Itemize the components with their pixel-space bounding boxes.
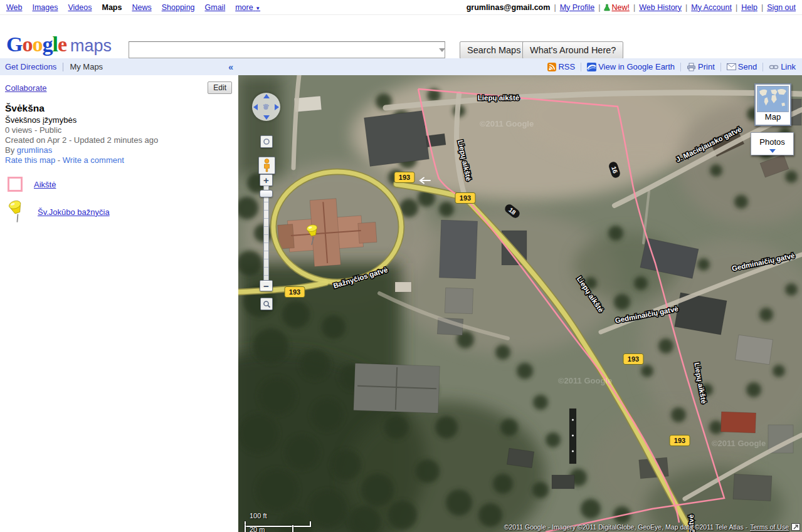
legend-item-baznycia[interactable]: Šv.Jokūbo bažnyčia [8,201,238,223]
legend-item-aikste[interactable]: Aikštė [8,177,238,192]
link-link[interactable]: Link [769,62,796,71]
nav-shopping[interactable]: Shopping [162,3,195,12]
separator: | [633,3,635,12]
map-created-info: Created on Apr 2 - Updated 2 minutes ago [5,135,238,145]
circle-icon [263,138,270,145]
collaborate-link[interactable]: Collaborate [5,83,47,93]
help-link[interactable]: Help [741,3,757,12]
blue-band: Get Directions My Maps « RSS View in Goo… [0,58,802,75]
chevron-down-icon: ▼ [255,6,260,11]
route-shield-193: 193 [289,288,300,296]
separator: | [736,3,737,12]
route-shield-193: 193 [399,174,410,181]
pan-up-icon[interactable] [263,94,270,98]
search-maps-button[interactable]: Search Maps [460,41,528,59]
nav-maps-current: Maps [102,3,122,12]
write-comment-link[interactable]: Write a comment [63,155,124,165]
rate-map-link[interactable]: Rate this map [5,155,55,165]
pan-left-icon[interactable] [253,104,258,110]
sign-out-link[interactable]: Sign out [767,3,796,12]
collapse-sidebar-icon[interactable]: « [228,62,233,72]
pegman-button[interactable] [258,157,275,174]
user-email: grumlinas@gmail.com [467,3,551,12]
author-link[interactable]: grumlinas [17,145,52,155]
send-label: Send [738,62,757,71]
map-toolbar: RSS View in Google Earth Print Send Link [238,58,802,75]
monument [569,409,576,464]
chain-link-icon [769,64,779,70]
logo-letter: o [22,33,32,56]
print-link[interactable]: Print [687,62,715,71]
logo-maps-label: maps [70,36,112,55]
pan-down-icon[interactable] [263,115,270,120]
tab-get-directions[interactable]: Get Directions [5,62,56,71]
new-labs-link[interactable]: New! [604,3,629,12]
sidebar-actions-row: Collaborate Edit [0,75,238,94]
zoom-slider-handle[interactable] [260,190,273,197]
zoom-area-magnifier-button[interactable] [260,298,273,310]
legend-item-label[interactable]: Aikštė [34,180,56,189]
large-hip-roof-building [354,363,440,414]
legend-list: Aikštė Šv.Jokūbo bažnyčia [0,177,238,223]
photos-view-button[interactable]: Photos [751,132,794,155]
pushpin-icon [8,201,26,223]
map-title: Švėkšna [5,103,238,114]
satellite-imagery: Liepų aikštėLiepų aikštė Liepų aikštėLie… [238,75,802,532]
separator: | [761,3,763,12]
view-in-google-earth-link[interactable]: View in Google Earth [587,62,675,71]
terms-of-use-link[interactable]: Terms of Use [750,523,789,531]
nav-web[interactable]: Web [6,3,22,12]
dash-separator: - [58,155,60,165]
earth-label: View in Google Earth [598,62,675,71]
rss-link[interactable]: RSS [547,62,575,71]
map-view-label: Map [765,112,781,122]
map-subtitle: Švėkšnos įžymybės [5,115,238,125]
by-label: By [5,145,14,155]
photos-view-label: Photos [759,137,784,147]
nav-videos[interactable]: Videos [68,3,92,12]
whats-around-here-button[interactable]: What's Around Here? [522,41,623,59]
nav-gmail[interactable]: Gmail [205,3,226,12]
my-account-link[interactable]: My Account [691,3,732,12]
sidebar: Collaborate Edit Švėkšna Švėkšnos įžymyb… [0,75,238,532]
send-link[interactable]: Send [727,62,757,71]
rss-icon [547,63,556,71]
search-input[interactable] [129,41,445,58]
report-problem-icon[interactable] [791,523,800,531]
chevron-down-icon[interactable] [769,149,776,153]
web-history-link[interactable]: Web History [639,3,682,12]
zoom-out-button[interactable]: − [260,280,273,291]
copyright-text: ©2011 Google - Imagery ©2011 DigitalGlob… [504,523,747,531]
pan-control[interactable] [252,93,280,121]
svg-text:©2011 Google: ©2011 Google [558,376,612,385]
google-maps-logo[interactable]: Googlemaps [6,33,112,56]
envelope-icon [727,63,736,70]
my-profile-link[interactable]: My Profile [560,3,595,12]
top-nav-bar: Web Images Videos Maps News Shopping Gma… [0,0,802,15]
pan-right-icon[interactable] [275,104,279,110]
zoom-slider-track[interactable] [263,185,269,282]
rate-comment-row: Rate this map - Write a comment [5,155,238,165]
map-stats: 0 views - Public [5,125,238,135]
print-label: Print [698,62,715,71]
nav-news[interactable]: News [132,3,151,12]
pegman-icon [262,159,272,172]
nav-images[interactable]: Images [32,3,58,12]
toolbar-separator [720,63,721,71]
toolbar-separator [762,63,763,71]
map-view-button[interactable]: Map [754,83,791,126]
rss-label: RSS [558,62,575,71]
scale-metric-bar [245,525,293,532]
google-earth-icon [587,63,596,71]
zoom-in-button[interactable]: + [260,174,273,186]
legend-item-label[interactable]: Šv.Jokūbo bažnyčia [38,207,110,217]
map-canvas[interactable]: Liepų aikštėLiepų aikštė Liepų aikštėLie… [238,75,802,532]
reset-view-button[interactable] [260,135,273,148]
edit-button[interactable]: Edit [208,81,232,94]
search-dropdown-icon[interactable] [439,48,445,55]
map-copyright: ©2011 Google - Imagery ©2011 DigitalGlob… [504,523,800,531]
nav-more-label: more [235,3,253,12]
nav-more[interactable]: more ▼ [235,3,260,12]
google-maps-app: Web Images Videos Maps News Shopping Gma… [0,0,802,532]
tab-my-maps[interactable]: My Maps [70,62,103,71]
